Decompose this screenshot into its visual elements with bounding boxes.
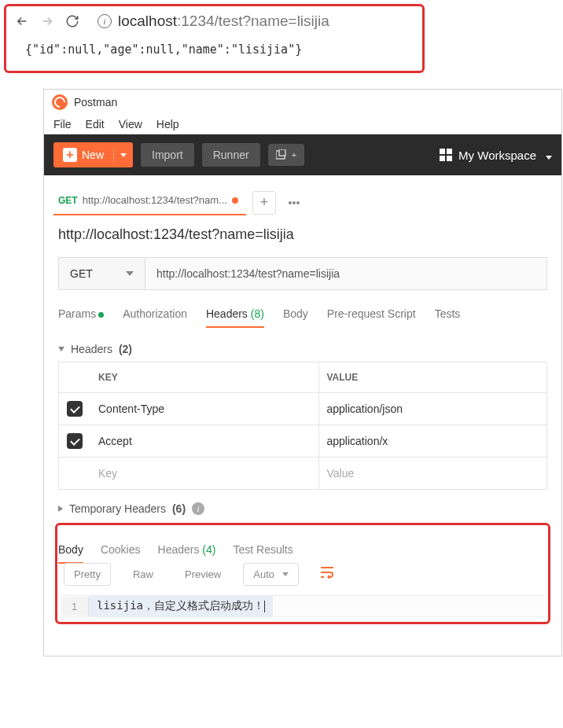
params-indicator-icon [98,312,104,318]
response-body: 1 lisijia，自定义格式启动成功！ [61,595,545,617]
headers-section-toggle[interactable]: Headers (2) [58,336,547,362]
menu-help[interactable]: Help [156,118,179,131]
wrap-lines-icon[interactable] [319,566,335,583]
method-value: GET [70,267,93,280]
chevron-down-icon [543,149,552,162]
highlight-box: Pretty Raw Preview Auto 1 lisijia，自定义格式启… [55,523,550,624]
code-line[interactable]: 1 lisijia，自定义格式启动成功！ [61,595,545,617]
app-title: Postman [74,96,117,108]
request-line: GET http://localhost:1234/test?name=lisi… [58,257,547,290]
header-key[interactable]: Content-Type [90,393,319,425]
tab-method: GET [58,195,78,206]
header-col-key: KEY [90,362,319,392]
line-number: 1 [61,597,89,616]
table-row[interactable]: Content-Type application/json [59,393,546,425]
header-col-value: VALUE [319,362,547,392]
back-button[interactable] [14,13,30,29]
address-bar[interactable]: i localhost:1234/test?name=lisijia [98,13,329,30]
title-bar: Postman [44,90,561,115]
new-button-label: New [82,149,104,161]
headers-table-header: KEY VALUE [59,362,546,393]
tab-tests[interactable]: Tests [435,307,461,328]
svg-rect-1 [279,149,285,156]
tab-authorization[interactable]: Authorization [123,307,187,328]
url-input[interactable]: http://localhost:1234/test?name=lisijia [145,258,546,289]
menu-edit[interactable]: Edit [86,118,105,131]
info-icon[interactable]: i [192,502,204,515]
view-preview[interactable]: Preview [175,564,230,585]
tab-overflow-button[interactable]: ••• [282,191,306,215]
url-text: localhost:1234/test?name=lisijia [118,13,329,30]
table-row[interactable]: Accept application/x [59,425,546,458]
header-key[interactable]: Accept [90,425,319,457]
unsaved-indicator-icon [232,197,238,204]
request-tabs: GET http://localhost:1234/test?nam... + … [44,175,561,215]
header-key-input[interactable]: Key [90,458,319,489]
header-value[interactable]: application/json [319,393,547,425]
header-value-input[interactable]: Value [319,458,547,489]
temp-headers-toggle[interactable]: Temporary Headers (6) i [58,496,547,521]
menu-file[interactable]: File [53,118,72,131]
workspace-selector[interactable]: My Workspace [440,149,552,162]
tab-params[interactable]: Params [58,307,104,328]
headers-count: (2) [119,343,132,355]
view-raw[interactable]: Raw [123,564,163,585]
workspace-label: My Workspace [458,149,536,162]
plus-icon: + [63,148,77,162]
checkbox-checked-icon[interactable] [67,433,83,449]
request-tab[interactable]: GET http://localhost:1234/test?nam... [53,189,246,215]
menu-bar: File Edit View Help [44,115,561,134]
request-subtabs: Params Authorization Headers (8) Body Pr… [44,290,561,329]
checkbox-checked-icon[interactable] [67,401,83,417]
tab-prerequest[interactable]: Pre-request Script [327,307,416,328]
response-toolbar: Pretty Raw Preview Auto [61,563,545,592]
temp-headers-count: (6) [172,502,186,515]
headers-table: KEY VALUE Content-Type application/json … [58,362,547,490]
header-value[interactable]: application/x [319,425,547,457]
workspace-icon [440,149,452,161]
import-button[interactable]: Import [141,143,194,167]
request-title: http://localhost:1234/test?name=lisijia [44,215,561,254]
chevron-down-icon [58,347,64,351]
table-row[interactable]: Key Value [59,458,546,490]
browser-response-body: {"id":null,"age":null,"name":"lisijia"} [6,36,422,63]
view-format-select[interactable]: Auto [243,563,299,586]
browser-toolbar: i localhost:1234/test?name=lisijia [6,6,422,36]
site-info-icon[interactable]: i [98,14,112,28]
response-text: lisijia，自定义格式启动成功！ [89,596,273,616]
chevron-right-icon [58,506,63,512]
add-tab-button[interactable]: + [252,191,276,215]
new-window-button[interactable]: + [268,144,304,166]
postman-window: Postman File Edit View Help + New Import… [43,89,562,656]
tab-body[interactable]: Body [283,307,308,328]
tab-headers[interactable]: Headers (8) [206,307,264,328]
view-pretty[interactable]: Pretty [64,563,111,586]
forward-button[interactable] [39,13,55,29]
menu-view[interactable]: View [119,118,142,131]
postman-logo-icon [52,94,68,110]
method-select[interactable]: GET [59,258,145,289]
headers-title: Headers [71,343,112,355]
reload-button[interactable] [64,13,80,29]
browser-panel: i localhost:1234/test?name=lisijia {"id"… [4,4,425,73]
tab-url: http://localhost:1234/test?nam... [83,194,227,206]
new-button[interactable]: + New [53,142,133,167]
main-toolbar: + New Import Runner + My Workspace [44,134,561,175]
runner-button[interactable]: Runner [202,143,260,167]
new-dropdown[interactable] [113,148,133,163]
temp-headers-title: Temporary Headers [69,502,166,515]
